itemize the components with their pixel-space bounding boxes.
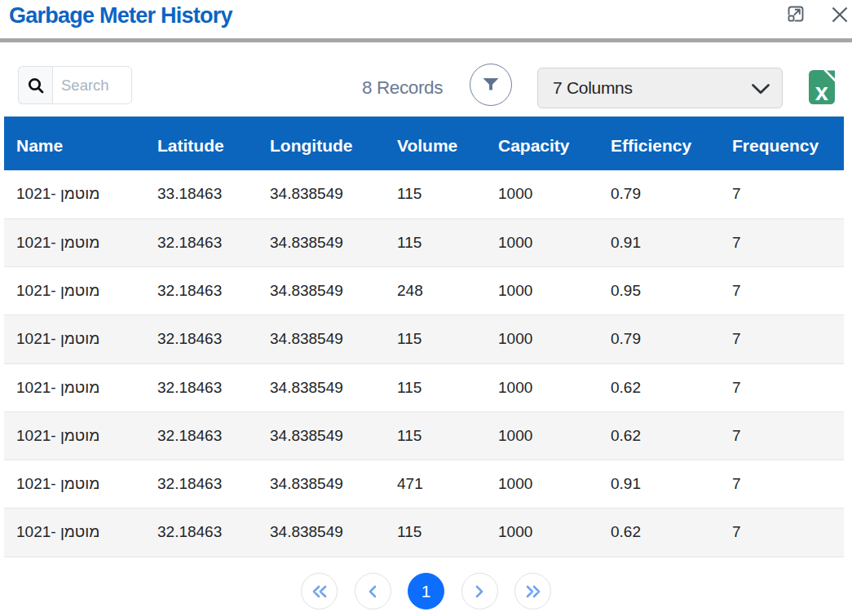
svg-text:x: x	[815, 79, 828, 105]
